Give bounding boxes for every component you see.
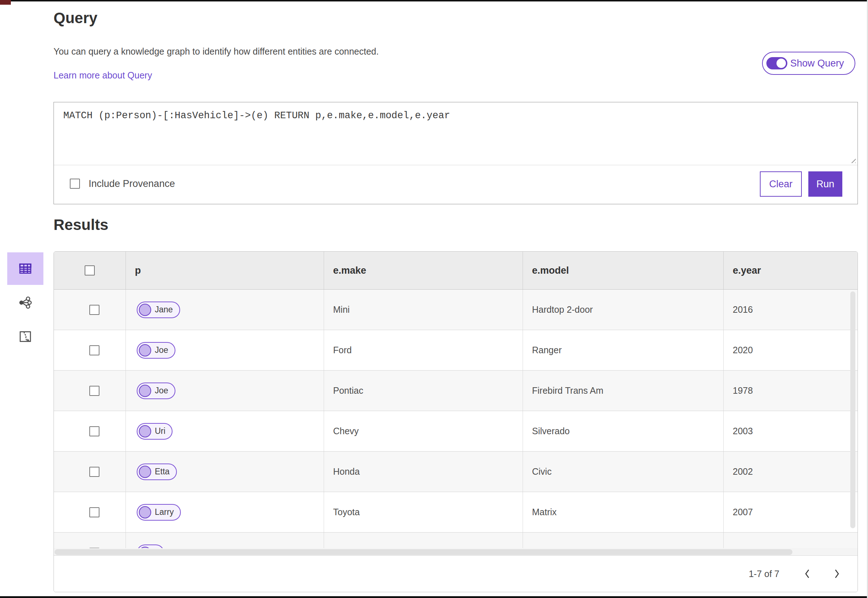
table-body: Jane Mini Hardtop 2-door 2016 Joe Ford R… [54, 290, 858, 573]
cell-p: Jane [126, 290, 324, 330]
entity-chip-label: Joe [155, 345, 168, 355]
page-description: You can query a knowledge graph to ident… [54, 46, 379, 57]
row-select-cell [54, 290, 126, 330]
vertical-scrollbar-thumb[interactable] [850, 292, 855, 528]
cell-model: Ranger [523, 330, 724, 370]
toggle-knob [777, 58, 786, 68]
row-checkbox[interactable] [89, 507, 99, 517]
row-checkbox[interactable] [89, 305, 99, 315]
row-checkbox[interactable] [89, 467, 99, 477]
top-edge-bar [0, 0, 868, 1]
show-query-toggle[interactable]: Show Query [762, 52, 855, 75]
row-checkbox[interactable] [89, 345, 99, 356]
cell-p: Larry [126, 492, 324, 532]
cell-make: Mini [324, 290, 523, 330]
cell-make: Toyota [324, 492, 523, 532]
horizontal-scrollbar-track[interactable] [54, 548, 858, 556]
chevron-right-icon [834, 569, 840, 579]
row-select-cell [54, 330, 126, 370]
cell-p: Etta [126, 451, 324, 492]
row-select-cell [54, 492, 126, 532]
learn-more-link[interactable]: Learn more about Query [54, 70, 152, 81]
row-select-cell [54, 451, 126, 492]
entity-chip-label: Larry [155, 507, 174, 517]
cell-year: 2020 [724, 330, 858, 370]
cell-year: 2002 [724, 451, 858, 492]
divider [54, 165, 858, 165]
cell-p: Joe [126, 330, 324, 370]
table-row: Uri Chevy Silverado 2003 [54, 411, 858, 451]
query-textarea[interactable]: MATCH (p:Person)-[:HasVehicle]->(e) RETU… [54, 102, 858, 165]
include-provenance-label: Include Provenance [88, 178, 175, 190]
results-panel: p e.make e.model e.year Jane Mini Hardto… [54, 251, 858, 592]
cell-model: Hardtop 2-door [523, 290, 724, 330]
link-chart-view-icon [18, 295, 33, 310]
bottom-edge-bar [0, 596, 868, 598]
results-title: Results [54, 216, 109, 233]
cell-model: Civic [523, 451, 724, 492]
cell-model: Silverado [523, 411, 724, 451]
horizontal-scrollbar-thumb[interactable] [55, 549, 792, 555]
show-query-label: Show Query [790, 58, 844, 69]
row-select-cell [54, 411, 126, 451]
top-left-corner-chip [0, 0, 11, 5]
cell-model: Matrix [523, 492, 724, 532]
column-header-model: e.model [523, 252, 724, 289]
cell-make: Ford [324, 330, 523, 370]
entity-chip[interactable]: Uri [137, 423, 172, 440]
map-view-icon [18, 329, 33, 344]
run-button[interactable]: Run [808, 171, 842, 197]
cell-p: Joe [126, 371, 324, 411]
entity-node-icon [139, 304, 151, 316]
map-view-button[interactable] [7, 320, 43, 353]
toggle-switch-icon[interactable] [766, 57, 787, 69]
cell-make: Chevy [324, 411, 523, 451]
cell-model: Firebird Trans Am [523, 371, 724, 411]
entity-chip-label: Jane [155, 305, 173, 314]
query-editor-box: MATCH (p:Person)-[:HasVehicle]->(e) RETU… [54, 102, 858, 204]
cell-make: Pontiac [324, 371, 523, 411]
entity-chip[interactable]: Joe [137, 342, 175, 359]
previous-page-button[interactable] [801, 567, 813, 581]
column-header-make: e.make [324, 252, 523, 289]
select-all-checkbox[interactable] [85, 265, 95, 275]
table-header-row: p e.make e.model e.year [54, 252, 858, 290]
entity-chip[interactable]: Jane [137, 302, 180, 318]
row-checkbox[interactable] [89, 426, 99, 437]
entity-chip[interactable]: Larry [137, 504, 181, 521]
entity-chip[interactable]: Joe [137, 383, 175, 399]
table-view-icon [18, 262, 33, 276]
entity-node-icon [139, 506, 151, 519]
table-view-button[interactable] [7, 253, 43, 285]
entity-chip[interactable]: Etta [137, 463, 177, 480]
column-header-p: p [126, 252, 324, 289]
table-row: Larry Toyota Matrix 2007 [54, 492, 858, 532]
table-row: Joe Pontiac Firebird Trans Am 1978 [54, 371, 858, 411]
entity-chip-label: Joe [155, 386, 168, 396]
entity-node-icon [139, 385, 151, 397]
entity-node-icon [139, 466, 151, 478]
cell-year: 2007 [724, 492, 858, 532]
pagination-range-label: 1-7 of 7 [749, 569, 780, 579]
row-checkbox[interactable] [89, 386, 99, 396]
table-row: Joe Ford Ranger 2020 [54, 330, 858, 371]
cell-year: 2003 [724, 411, 858, 451]
chevron-left-icon [804, 569, 810, 579]
cell-year: 1978 [724, 371, 858, 411]
page-title: Query [54, 9, 97, 27]
cell-make: Honda [324, 451, 523, 492]
entity-chip-label: Uri [155, 426, 165, 436]
next-page-button[interactable] [831, 567, 843, 581]
table-row: Etta Honda Civic 2002 [54, 451, 858, 492]
cell-p: Uri [126, 411, 324, 451]
cell-year: 2016 [724, 290, 858, 330]
entity-node-icon [139, 425, 151, 438]
pagination-bar: 1-7 of 7 [54, 555, 858, 592]
column-header-year: e.year [724, 252, 858, 289]
entity-node-icon [139, 344, 151, 356]
entity-chip-label: Etta [155, 467, 170, 477]
link-chart-view-button[interactable] [7, 286, 43, 319]
row-select-cell [54, 371, 126, 411]
clear-button[interactable]: Clear [760, 171, 802, 197]
include-provenance-checkbox[interactable] [70, 179, 80, 189]
